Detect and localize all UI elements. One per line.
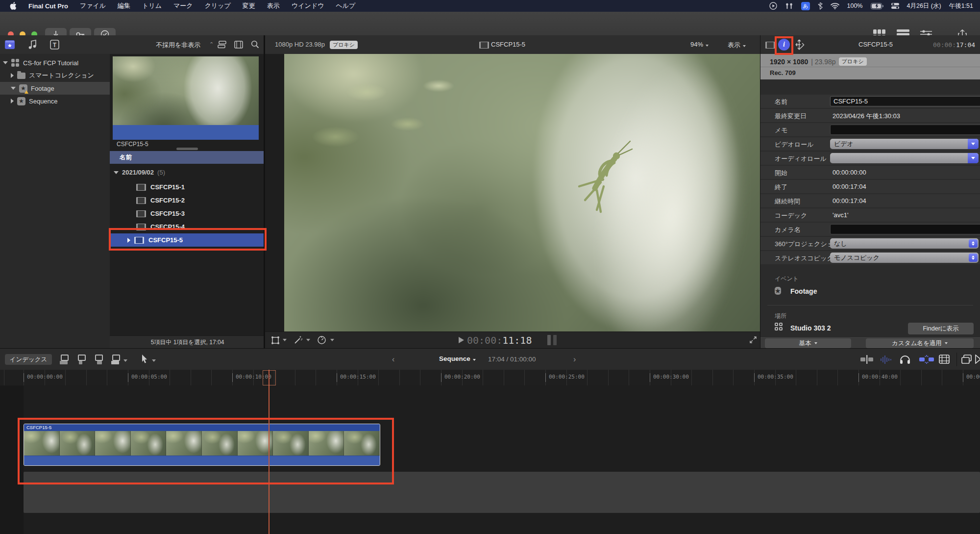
disclosure-right-icon[interactable] <box>11 99 14 103</box>
list-item-clip2[interactable]: CSFCP15-2 <box>110 194 265 207</box>
sidebar-item-sequence[interactable]: ★ Sequence <box>0 95 110 107</box>
name-input[interactable]: CSFCP15-5 <box>830 96 980 106</box>
clip-selection-band[interactable] <box>113 125 259 140</box>
play-button-icon[interactable] <box>458 336 465 344</box>
list-group-row[interactable]: 2021/09/02 (5) <box>110 166 265 179</box>
playhead-handle[interactable] <box>263 370 276 385</box>
menu-app-name[interactable]: Final Cut Pro <box>28 2 68 10</box>
ime-input-icon[interactable]: あ <box>801 2 810 10</box>
video-role-dropdown[interactable]: ビデオ <box>830 139 979 149</box>
location-name-label[interactable]: Studio 303 2 <box>790 324 831 332</box>
list-item-clip3[interactable]: CSFCP15-3 <box>110 207 265 220</box>
list-item-clip1[interactable]: CSFCP15-1 <box>110 180 265 194</box>
trim-tool-icon[interactable] <box>860 355 873 364</box>
event-name-label[interactable]: Footage <box>790 287 817 295</box>
timeline-sequence-dropdown[interactable]: Sequence <box>439 355 476 362</box>
menu-item-view[interactable]: 表示 <box>267 1 280 10</box>
overwrite-edit-icon[interactable] <box>111 355 120 364</box>
timeline-ruler[interactable]: 00:00:00:00 00:00:05:00 00:00:10:00 00:0… <box>0 370 980 386</box>
menu-item-modify[interactable]: 変更 <box>243 1 255 10</box>
stereoscopic-mode-dropdown[interactable]: モノスコピック <box>830 253 979 263</box>
search-icon[interactable] <box>251 40 259 49</box>
audio-sidebar-icon[interactable] <box>27 39 38 50</box>
crop-menu-chevron-icon[interactable] <box>283 339 287 341</box>
connect-edit-icon[interactable] <box>60 355 69 364</box>
control-center-icon[interactable] <box>891 2 899 9</box>
transition-bowtie-icon[interactable] <box>975 355 980 364</box>
enhance-wand-icon[interactable] <box>294 335 303 345</box>
projection-mode-dropdown[interactable]: なし <box>830 238 979 249</box>
timeline-index-button[interactable]: インデックス <box>5 354 52 365</box>
append-edit-icon[interactable] <box>94 355 103 364</box>
list-column-header-name[interactable]: 名前 <box>110 151 265 164</box>
disclosure-down-icon[interactable] <box>3 61 8 64</box>
menu-item-mark[interactable]: マーク <box>173 1 193 10</box>
list-item-clip4[interactable]: CSFCP15-4 <box>110 220 265 233</box>
menu-item-clip[interactable]: クリップ <box>205 1 231 10</box>
timeline-clip[interactable]: CSFCP15-5 <box>24 424 380 466</box>
sidebar-item-library[interactable]: CS-for FCP Tutorial <box>0 56 110 69</box>
fullscreen-icon[interactable] <box>749 336 757 344</box>
browser-filter-dropdown[interactable]: 不採用を非表示 <box>156 41 200 50</box>
field-row-duration: 継続時間 00:00:17:04 <box>760 194 980 207</box>
audio-meter-right[interactable] <box>553 335 557 345</box>
timeline-storyline-lane[interactable] <box>24 472 980 513</box>
menu-item-trim[interactable]: トリム <box>142 1 162 10</box>
menu-item-edit[interactable]: 編集 <box>118 1 130 10</box>
inspector-transform-tab-icon[interactable] <box>794 39 805 50</box>
menu-item-help[interactable]: ヘルプ <box>336 1 355 10</box>
audio-skimming-icon[interactable] <box>880 355 892 364</box>
viewer-proxy-badge: プロキシ <box>330 41 358 49</box>
group-disclosure-icon[interactable] <box>114 171 119 174</box>
clip-group-view-icon[interactable] <box>218 41 226 49</box>
menu-item-window[interactable]: ウインドウ <box>292 1 324 10</box>
filmstrip-view-icon[interactable] <box>234 41 243 49</box>
audio-meter-left[interactable] <box>547 335 551 345</box>
playback-status-icon[interactable] <box>769 2 777 10</box>
timeline-track-area: CSFCP15-5 <box>0 385 980 534</box>
inspector-video-tab-icon[interactable] <box>765 42 775 49</box>
list-item-clip5-selected[interactable]: CSFCP15-5 <box>110 233 265 247</box>
viewer-view-dropdown[interactable]: 表示 <box>728 41 746 50</box>
menu-date[interactable]: 4月26日 (水) <box>907 2 941 10</box>
clip-appearance-icon[interactable] <box>939 355 950 364</box>
sidebar-item-smart-collection[interactable]: スマートコレクション <box>0 69 110 82</box>
retime-icon[interactable] <box>317 335 326 345</box>
audio-role-dropdown[interactable] <box>830 153 979 163</box>
edit-menu-chevron-icon[interactable] <box>123 359 127 362</box>
retime-menu-chevron-icon[interactable] <box>330 339 334 341</box>
bluetooth-icon[interactable] <box>818 2 823 10</box>
filter-updown-icon[interactable]: ⌃ <box>209 41 214 48</box>
select-tool-icon[interactable] <box>141 354 148 364</box>
insert-edit-icon[interactable] <box>77 355 86 364</box>
snapping-icon[interactable] <box>919 355 934 364</box>
timeline-stack-icon[interactable] <box>961 355 972 364</box>
menu-time[interactable]: 午後1:51 <box>949 2 973 10</box>
airpods-icon[interactable] <box>785 2 793 10</box>
enhance-menu-chevron-icon[interactable] <box>306 339 310 341</box>
crop-tool-icon[interactable] <box>271 336 280 345</box>
dropdown-updown-icon <box>969 254 978 262</box>
playhead[interactable] <box>269 370 270 534</box>
pane-resize-handle[interactable] <box>176 148 198 150</box>
apply-custom-name-dropdown[interactable]: カスタム名を適用 <box>866 338 974 348</box>
viewer-zoom-dropdown[interactable]: 94% <box>690 41 709 48</box>
inspector-info-tab-icon[interactable]: i <box>778 39 790 51</box>
timeline-back-icon[interactable]: ‹ <box>392 355 394 364</box>
basic-metadata-dropdown[interactable]: 基本 <box>765 338 851 348</box>
wifi-icon[interactable] <box>831 2 839 9</box>
tool-menu-chevron-icon[interactable] <box>152 359 156 362</box>
camera-name-input[interactable] <box>830 224 980 234</box>
timeline-forward-icon[interactable]: › <box>573 355 576 364</box>
menu-item-file[interactable]: ファイル <box>80 1 106 10</box>
clip-disclosure-icon[interactable] <box>127 238 130 243</box>
disclosure-right-icon[interactable] <box>11 73 14 78</box>
notes-input[interactable] <box>830 125 980 135</box>
titles-sidebar-icon[interactable]: T <box>50 39 61 50</box>
sidebar-item-footage[interactable]: ★ Footage <box>0 82 110 95</box>
reveal-in-finder-button[interactable]: Finderに表示 <box>908 323 974 334</box>
media-sidebar-icon[interactable] <box>5 39 16 50</box>
solo-headphones-icon[interactable] <box>900 354 910 364</box>
disclosure-down-icon[interactable] <box>11 87 16 90</box>
apple-logo-icon[interactable] <box>10 2 17 10</box>
